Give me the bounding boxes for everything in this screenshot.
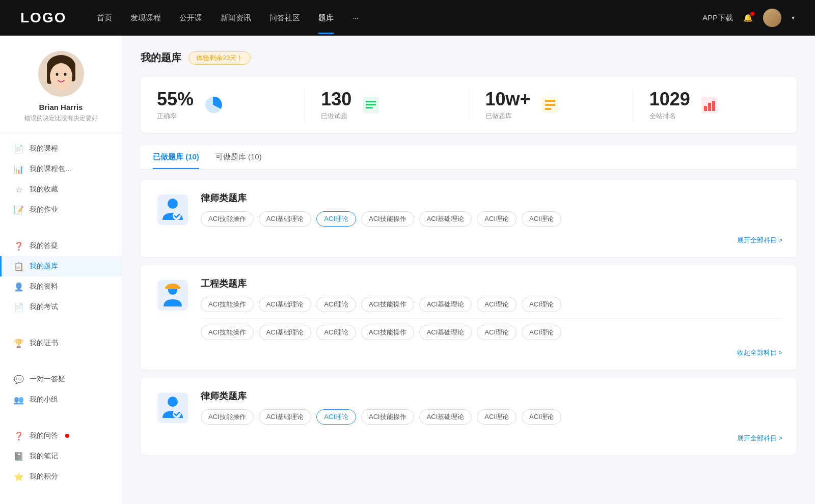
qbank-tag[interactable]: ACI基础理论 xyxy=(419,211,472,227)
nav-menu-item[interactable]: 问答社区 xyxy=(269,13,300,23)
sidebar-menu-item[interactable]: 📋我的题库 xyxy=(0,256,122,276)
qbank-tag[interactable]: ACI技能操作 xyxy=(361,325,414,340)
stat-label: 已做试题 xyxy=(321,111,351,121)
sidebar-item-label: 一对一答疑 xyxy=(30,375,65,384)
qbank-expand[interactable]: 展开全部科目 > xyxy=(155,236,782,245)
sidebar-menu: 📄我的课程📊我的课程包...☆我的收藏📝我的作业❓我的答疑📋我的题库👤我的资料📄… xyxy=(0,138,122,487)
qbank-collapse[interactable]: 收起全部科目 > xyxy=(155,348,782,357)
user-dropdown-chevron[interactable]: ▾ xyxy=(792,14,795,21)
sidebar-menu-item[interactable]: 📊我的课程包... xyxy=(0,159,122,179)
svg-point-22 xyxy=(173,212,181,220)
page-header: 我的题库 体验剩余23天！ xyxy=(141,51,797,65)
qbank-expand[interactable]: 展开全部科目 > xyxy=(155,434,782,443)
sidebar-menu-item[interactable]: ☆我的收藏 xyxy=(0,179,122,200)
sidebar-icon: 📋 xyxy=(14,262,23,271)
logo: LOGO xyxy=(20,10,66,26)
qbank-tag[interactable]: ACI理论 xyxy=(316,297,356,312)
nav-menu-item[interactable]: 发现课程 xyxy=(130,13,161,23)
notification-dot xyxy=(750,12,754,16)
nav-menu-item[interactable]: 首页 xyxy=(97,13,112,23)
sidebar-menu-item[interactable]: ❓我的问答 xyxy=(0,426,122,446)
sidebar-menu-item[interactable]: 👤我的资料 xyxy=(0,276,122,297)
app-download-link[interactable]: APP下载 xyxy=(702,13,733,23)
stat-icon xyxy=(539,94,561,116)
qbank-tag[interactable]: ACI理论 xyxy=(522,325,561,340)
qbank-tag[interactable]: ACI基础理论 xyxy=(419,409,472,425)
qbank-icon xyxy=(155,390,191,426)
qbank-tag[interactable]: ACI技能操作 xyxy=(361,211,414,227)
notification-bell[interactable]: 🔔 xyxy=(743,13,753,22)
user-avatar[interactable] xyxy=(763,9,781,27)
sidebar-menu-item[interactable]: 📄我的课程 xyxy=(0,138,122,159)
svg-point-28 xyxy=(173,410,181,418)
stat-icon xyxy=(360,94,382,116)
qbank-tags: ACI技能操作ACI基础理论ACI理论ACI技能操作ACI基础理论ACI理论AC… xyxy=(201,409,782,425)
sidebar-item-label: 我的证书 xyxy=(30,339,58,348)
tab-item[interactable]: 可做题库 (10) xyxy=(215,145,262,169)
sidebar-menu-item[interactable]: ⭐我的积分 xyxy=(0,466,122,487)
qbank-tag[interactable]: ACI理论 xyxy=(522,409,561,425)
qbank-tag[interactable]: ACI理论 xyxy=(477,297,517,312)
stat-value: 130 xyxy=(321,89,351,109)
qbank-tag[interactable]: ACI基础理论 xyxy=(259,325,312,340)
qbank-tag[interactable]: ACI基础理论 xyxy=(259,211,312,227)
sidebar-menu-item[interactable]: 👥我的小组 xyxy=(0,389,122,410)
sidebar-icon: 📄 xyxy=(14,144,23,153)
qbank-tag[interactable]: ACI技能操作 xyxy=(201,325,254,340)
qbank-tag[interactable]: ACI基础理论 xyxy=(259,409,312,425)
sidebar-item-label: 我的答疑 xyxy=(30,241,58,250)
svg-point-27 xyxy=(168,397,178,407)
svg-rect-11 xyxy=(366,107,373,108)
avatar-svg xyxy=(38,51,84,97)
svg-rect-13 xyxy=(545,100,555,102)
nav-menu: 首页发现课程公开课新闻资讯问答社区题库··· xyxy=(97,13,702,23)
sidebar-menu-item[interactable]: 📓我的笔记 xyxy=(0,446,122,466)
trial-badge: 体验剩余23天！ xyxy=(188,51,251,65)
qbank-tag[interactable]: ACI理论 xyxy=(477,325,517,340)
qbank-tag[interactable]: ACI理论 xyxy=(522,211,561,227)
qbank-tag[interactable]: ACI基础理论 xyxy=(419,325,472,340)
sidebar-item-label: 我的小组 xyxy=(30,395,58,404)
tab-item[interactable]: 已做题库 (10) xyxy=(153,145,199,169)
sidebar-avatar xyxy=(38,51,84,97)
sidebar-divider xyxy=(0,410,122,426)
sidebar-icon: ☆ xyxy=(14,185,23,194)
qbank-tag[interactable]: ACI技能操作 xyxy=(201,297,254,312)
sidebar-item-label: 我的课程 xyxy=(30,144,58,153)
qbank-tag[interactable]: ACI基础理论 xyxy=(419,297,472,312)
sidebar-item-label: 我的课程包... xyxy=(30,164,71,174)
nav-menu-item[interactable]: 题库 xyxy=(318,13,334,23)
sidebar-menu-item[interactable]: 📝我的作业 xyxy=(0,200,122,220)
qbank-tag[interactable]: ACI技能操作 xyxy=(361,297,414,312)
qbank-tag[interactable]: ACI基础理论 xyxy=(259,297,312,312)
nav-menu-item[interactable]: 新闻资讯 xyxy=(221,13,251,23)
sidebar-icon: 👥 xyxy=(14,395,23,404)
navbar-right: APP下载 🔔 ▾ xyxy=(702,9,795,27)
stat-value: 10w+ xyxy=(485,89,531,109)
nav-menu-item[interactable]: ··· xyxy=(352,13,359,23)
qbank-tag[interactable]: ACI理论 xyxy=(522,297,561,312)
sidebar-divider xyxy=(0,317,122,333)
sidebar-menu-item[interactable]: ❓我的答疑 xyxy=(0,236,122,256)
sidebar-user-name: Brian Harris xyxy=(39,103,83,111)
svg-rect-18 xyxy=(708,103,711,111)
qbank-tag[interactable]: ACI技能操作 xyxy=(201,211,254,227)
nav-menu-item[interactable]: 公开课 xyxy=(179,13,202,23)
sidebar-profile: Brian Harris 错误的决定比没有决定要好 xyxy=(0,51,122,133)
sidebar-menu-item[interactable]: 🏆我的证书 xyxy=(0,333,122,353)
qbank-tag[interactable]: ACI理论 xyxy=(316,409,356,425)
sidebar-item-label: 我的问答 xyxy=(30,431,58,440)
qbank-tag[interactable]: ACI理论 xyxy=(316,211,356,227)
sidebar-menu-item[interactable]: 📄我的考试 xyxy=(0,297,122,317)
page-wrapper: Brian Harris 错误的决定比没有决定要好 📄我的课程📊我的课程包...… xyxy=(0,36,815,504)
qbank-tag[interactable]: ACI技能操作 xyxy=(201,409,254,425)
svg-rect-9 xyxy=(366,101,376,102)
qbank-tag[interactable]: ACI技能操作 xyxy=(361,409,414,425)
qbank-tag[interactable]: ACI理论 xyxy=(316,325,356,340)
sidebar-menu-item[interactable]: 💬一对一答疑 xyxy=(0,369,122,389)
sidebar-icon: 📝 xyxy=(14,205,23,214)
qbank-tag[interactable]: ACI理论 xyxy=(477,211,517,227)
qbank-tags-row1: ACI技能操作ACI基础理论ACI理论ACI技能操作ACI基础理论ACI理论AC… xyxy=(201,297,782,312)
sidebar-item-label: 我的资料 xyxy=(30,282,58,291)
qbank-tag[interactable]: ACI理论 xyxy=(477,409,517,425)
